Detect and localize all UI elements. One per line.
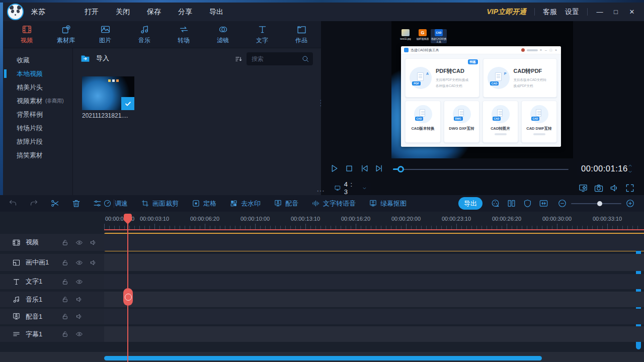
timecode-up-button[interactable] [627, 163, 633, 168]
sidebar-item-0[interactable]: 收藏 [3, 53, 72, 67]
track-manager-icon[interactable] [507, 199, 516, 208]
eye-icon[interactable] [75, 239, 83, 246]
lock-icon[interactable] [61, 330, 69, 338]
card-pdf-to-cad: 特惠 APDF PDF转CAD 支持将PDF文档转换成各种版本CAD文档 [405, 58, 479, 98]
tab-film[interactable]: 视频 [7, 21, 46, 48]
selected-check-badge[interactable] [121, 97, 134, 110]
export-button[interactable]: 导出 [458, 197, 482, 210]
menu-item-4[interactable]: 导出 [209, 8, 223, 17]
film-icon [22, 24, 32, 35]
film-icon [12, 238, 21, 247]
sidebar-item-6[interactable]: 故障片段 [3, 135, 72, 148]
menu-item-2[interactable]: 保存 [147, 8, 161, 17]
media-item-thumbnail[interactable] [82, 76, 134, 110]
tool-dub[interactable]: 配音 [274, 199, 298, 208]
previous-frame-button[interactable] [359, 163, 369, 173]
split-scissors-button[interactable] [50, 199, 60, 208]
sidebar-item-7[interactable]: 搞笑素材 [3, 148, 72, 162]
sidebar-item-label: 搞笑素材 [17, 151, 43, 160]
lock-icon[interactable] [61, 278, 69, 286]
clip-settings-button[interactable] [93, 199, 102, 208]
speaker-icon[interactable] [75, 313, 83, 320]
promo-badge: 特惠 [468, 59, 478, 64]
tool-watermark[interactable]: 去水印 [229, 199, 261, 208]
cad-converter-window: 迅捷CAD转换工具 ≡ – □ × 特惠 APDF PDF转CAD 支持将PDF… [401, 46, 561, 147]
seek-bar[interactable] [393, 169, 569, 170]
card-dwg-dxf: DWG DWG DXF互转 [444, 101, 479, 143]
close-button[interactable]: ✕ [628, 8, 636, 16]
support-button[interactable]: 客服 [543, 8, 557, 17]
delete-button[interactable] [71, 199, 81, 208]
volume-icon[interactable] [609, 183, 619, 193]
tool-freeze[interactable]: 定格 [192, 199, 216, 208]
app-logo[interactable] [7, 4, 24, 20]
eye-icon[interactable] [75, 259, 83, 266]
seek-handle[interactable] [397, 166, 404, 172]
lock-icon[interactable] [61, 259, 69, 266]
play-button[interactable] [329, 163, 339, 173]
track-label: 画中画1 [26, 258, 49, 267]
speaker-icon[interactable] [75, 296, 83, 303]
aspect-ratio-dropdown[interactable]: 4 : 3 [330, 182, 371, 194]
stop-button[interactable] [344, 163, 354, 173]
redo-button[interactable] [29, 199, 39, 208]
minimize-button[interactable]: — [596, 8, 604, 16]
timecode-down-button[interactable] [627, 169, 633, 174]
tool-gauge[interactable]: 调速 [103, 199, 128, 208]
menu-item-3[interactable]: 分享 [178, 8, 192, 17]
eye-icon[interactable] [75, 278, 83, 286]
playhead-marker[interactable] [124, 214, 132, 221]
search-box[interactable] [247, 52, 313, 65]
speaker-icon[interactable] [90, 259, 97, 266]
fullscreen-icon[interactable] [625, 183, 635, 193]
tool-label: 定格 [203, 199, 216, 208]
import-button[interactable]: 导入 [79, 53, 109, 63]
sort-icon[interactable] [234, 55, 243, 63]
sidebar-item-2[interactable]: 精美片头 [3, 80, 72, 94]
menu-item-1[interactable]: 关闭 [116, 8, 130, 17]
panel-splitter-horizontal[interactable]: ⋯ [316, 187, 325, 195]
tool-greenscreen[interactable]: 绿幕抠图 [369, 199, 407, 208]
zoom-in-button[interactable] [625, 199, 635, 208]
track-controls [61, 330, 83, 338]
divider [587, 8, 588, 16]
settings-button[interactable]: 设置 [565, 8, 579, 17]
horizontal-scrollbar[interactable] [104, 356, 542, 360]
zoom-out-button[interactable] [557, 199, 567, 208]
menu-item-0[interactable]: 打开 [85, 8, 99, 17]
undo-button[interactable] [8, 199, 18, 208]
vip-upgrade-button[interactable]: VIP立即开通 [487, 8, 526, 17]
next-frame-button[interactable] [374, 163, 384, 173]
tab-text[interactable]: 文字 [243, 21, 282, 48]
sidebar-item-5[interactable]: 转场片段 [3, 121, 72, 135]
sidebar-item-1[interactable]: 本地视频 [3, 67, 72, 80]
username-text [527, 49, 538, 51]
speaker-icon[interactable] [90, 239, 97, 246]
tab-image[interactable]: 图片 [86, 21, 125, 48]
tab-library[interactable]: 素材库 [46, 21, 86, 48]
sidebar-item-4[interactable]: 背景样例 [3, 108, 72, 121]
zoom-slider-handle[interactable] [597, 201, 602, 206]
tab-music[interactable]: 音乐 [125, 21, 164, 48]
sidebar-item-3[interactable]: 视频素材(非商用) [3, 94, 72, 108]
eye-icon[interactable] [75, 330, 83, 338]
shield-icon[interactable] [523, 199, 532, 208]
playhead-handle[interactable] [123, 288, 133, 306]
tab-works[interactable]: 作品 [282, 21, 321, 48]
lock-icon[interactable] [61, 239, 69, 246]
maximize-button[interactable]: □ [612, 8, 620, 16]
search-input[interactable] [252, 52, 300, 65]
tool-crop[interactable]: 画面裁剪 [141, 199, 179, 208]
film-reel-icon[interactable] [491, 199, 500, 208]
snapshot-camera-icon[interactable] [594, 183, 604, 193]
tool-tts[interactable]: 文字转语音 [311, 199, 356, 208]
preview-settings-icon[interactable] [578, 183, 588, 193]
fit-timeline-icon[interactable] [539, 199, 548, 208]
tab-filter[interactable]: 滤镜 [203, 21, 243, 48]
lock-icon[interactable] [61, 296, 69, 303]
zoom-slider[interactable] [571, 203, 621, 204]
tab-transition[interactable]: 转场 [164, 21, 203, 48]
lock-icon[interactable] [61, 313, 69, 320]
media-panel: 导入 202111231821.... [73, 48, 321, 196]
greenscreen-icon [369, 199, 377, 208]
